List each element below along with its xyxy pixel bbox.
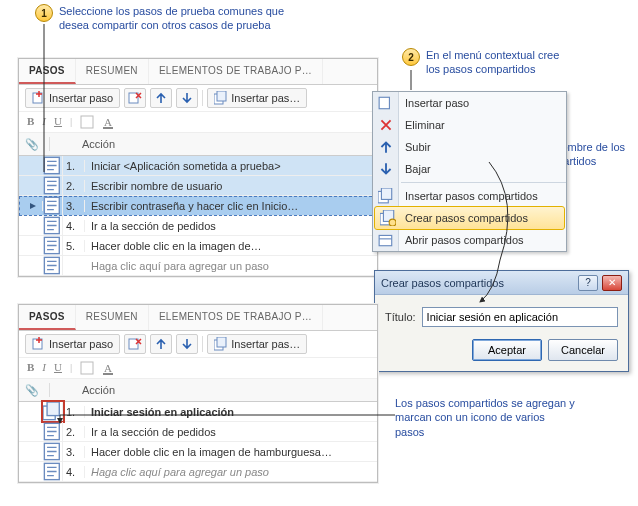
- callout-text-2: En el menú contextual cree los pasos com…: [426, 48, 572, 77]
- step-row[interactable]: 1.Iniciar sesión en aplicación: [19, 402, 377, 422]
- tab-steps[interactable]: PASOS: [19, 305, 76, 330]
- ctx-move-down[interactable]: Bajar: [373, 158, 566, 180]
- format-bar: B I U | A: [19, 112, 377, 133]
- italic-button[interactable]: I: [42, 115, 46, 129]
- step-row[interactable]: 2.Escribir nombre de usuario: [19, 176, 377, 196]
- bold-button[interactable]: B: [27, 361, 34, 375]
- step-number: 4.: [63, 466, 85, 478]
- step-row[interactable]: 1.Iniciar <Aplicación sometida a prueba>: [19, 156, 377, 176]
- step-row[interactable]: 3.Hacer doble clic en la imagen de hambu…: [19, 442, 377, 462]
- move-up-button[interactable]: [150, 334, 172, 354]
- callout-2: 2 En el menú contextual cree los pasos c…: [402, 48, 572, 77]
- insert-shared-button[interactable]: Insertar pas…: [207, 334, 307, 354]
- tab-summary[interactable]: RESUMEN: [76, 305, 149, 330]
- svg-rect-13: [379, 97, 389, 108]
- context-menu: Insertar paso Eliminar Subir Bajar Inser…: [372, 91, 567, 252]
- tab-workitems[interactable]: ELEMENTOS DE TRABAJO P…: [149, 59, 323, 84]
- steps-panel-before: PASOS RESUMEN ELEMENTOS DE TRABAJO P… In…: [18, 58, 378, 277]
- step-icon: [43, 236, 63, 255]
- underline-button[interactable]: U: [54, 115, 62, 129]
- step-row[interactable]: Haga clic aquí para agregar un paso: [19, 256, 377, 276]
- column-action: Acción: [82, 138, 115, 150]
- tab-steps[interactable]: PASOS: [19, 59, 76, 84]
- shared-step-icon: [43, 402, 63, 421]
- attach-icon: 📎: [25, 138, 39, 151]
- arrow-down-icon: [378, 161, 394, 177]
- insert-step-button[interactable]: Insertar paso: [25, 334, 120, 354]
- step-number: 5.: [63, 240, 85, 252]
- insert-step-label: Insertar paso: [49, 338, 113, 350]
- ctx-create-shared[interactable]: Crear pasos compartidos: [375, 207, 564, 229]
- dialog-title-input[interactable]: [422, 307, 618, 327]
- dialog-ok-button[interactable]: Aceptar: [472, 339, 542, 361]
- move-down-button[interactable]: [176, 334, 198, 354]
- delete-icon: [128, 91, 142, 105]
- column-action: Acción: [82, 384, 115, 396]
- ctx-insert-step[interactable]: Insertar paso: [373, 92, 566, 114]
- delete-step-button[interactable]: [124, 88, 146, 108]
- clear-format-icon[interactable]: [80, 115, 94, 129]
- tabs: PASOS RESUMEN ELEMENTOS DE TRABAJO P…: [19, 59, 377, 85]
- step-number: 2.: [63, 426, 85, 438]
- step-row[interactable]: 4.Ir a la sección de pedidos: [19, 216, 377, 236]
- italic-button[interactable]: I: [42, 361, 46, 375]
- tab-summary[interactable]: RESUMEN: [76, 59, 149, 84]
- bold-button[interactable]: B: [27, 115, 34, 129]
- delete-step-button[interactable]: [124, 334, 146, 354]
- ctx-delete-label: Eliminar: [405, 119, 445, 131]
- move-up-button[interactable]: [150, 88, 172, 108]
- shared-steps-icon: [378, 188, 394, 204]
- ctx-insert-step-label: Insertar paso: [405, 97, 469, 109]
- tab-workitems[interactable]: ELEMENTOS DE TRABAJO P…: [149, 305, 323, 330]
- step-action-text: Ir a la sección de pedidos: [85, 426, 377, 438]
- svg-rect-28: [47, 402, 59, 416]
- ctx-separator: [401, 182, 566, 183]
- insert-step-button[interactable]: Insertar paso: [25, 88, 120, 108]
- format-bar: B I U | A: [19, 358, 377, 379]
- step-row[interactable]: 3.Escribir contraseña y hacer clic en In…: [19, 196, 377, 216]
- ctx-move-up[interactable]: Subir: [373, 136, 566, 158]
- arrow-up-icon: [378, 139, 394, 155]
- dialog-titlebar: Crear pasos compartidos ? ✕: [375, 271, 628, 295]
- list-header: 📎 Acción: [19, 379, 377, 402]
- dialog-help-button[interactable]: ?: [578, 275, 598, 291]
- callout-1: 1 Seleccione los pasos de prueba comunes…: [35, 4, 295, 33]
- open-shared-icon: [378, 232, 394, 248]
- step-action-text: Iniciar <Aplicación sometida a prueba>: [85, 160, 377, 172]
- list-header: 📎 Acción: [19, 133, 377, 156]
- dialog-cancel-button[interactable]: Cancelar: [548, 339, 618, 361]
- step-action-text: Escribir nombre de usuario: [85, 180, 377, 192]
- step-icon: [43, 256, 63, 275]
- step-row[interactable]: 4.Haga clic aquí para agregar un paso: [19, 462, 377, 482]
- underline-button[interactable]: U: [54, 361, 62, 375]
- ctx-delete[interactable]: Eliminar: [373, 114, 566, 136]
- step-number: 3.: [63, 446, 85, 458]
- arrow-down-icon: [180, 91, 194, 105]
- step-row[interactable]: 5.Hacer doble clic en la imagen de…: [19, 236, 377, 256]
- step-action-text: Haga clic aquí para agregar un paso: [85, 466, 377, 478]
- steps-list: 1.Iniciar sesión en aplicación2.Ir a la …: [19, 402, 377, 482]
- callout-4: Los pasos compartidos se agregan y marca…: [395, 396, 575, 439]
- toolbar: Insertar paso Insertar pas…: [19, 85, 377, 112]
- ctx-open-shared-label: Abrir pasos compartidos: [405, 234, 524, 246]
- step-action-text: Hacer doble clic en la imagen de hamburg…: [85, 446, 377, 458]
- font-color-icon[interactable]: A: [102, 361, 116, 375]
- ctx-insert-shared[interactable]: Insertar pasos compartidos: [373, 185, 566, 207]
- insert-shared-button[interactable]: Insertar pas…: [207, 88, 307, 108]
- font-color-icon[interactable]: A: [102, 115, 116, 129]
- step-icon: [43, 442, 63, 461]
- clear-format-icon[interactable]: [80, 361, 94, 375]
- dialog-close-button[interactable]: ✕: [602, 275, 622, 291]
- step-action-text: Ir a la sección de pedidos: [85, 220, 377, 232]
- ctx-open-shared[interactable]: Abrir pasos compartidos: [373, 229, 566, 251]
- tabs: PASOS RESUMEN ELEMENTOS DE TRABAJO P…: [19, 305, 377, 331]
- shared-steps-icon: [214, 91, 228, 105]
- step-number: 4.: [63, 220, 85, 232]
- step-row[interactable]: 2.Ir a la sección de pedidos: [19, 422, 377, 442]
- step-number: 3.: [63, 200, 85, 212]
- svg-rect-19: [379, 235, 392, 245]
- move-down-button[interactable]: [176, 88, 198, 108]
- callout-text-1: Seleccione los pasos de prueba comunes q…: [59, 4, 295, 33]
- arrow-down-icon: [180, 337, 194, 351]
- delete-icon: [128, 337, 142, 351]
